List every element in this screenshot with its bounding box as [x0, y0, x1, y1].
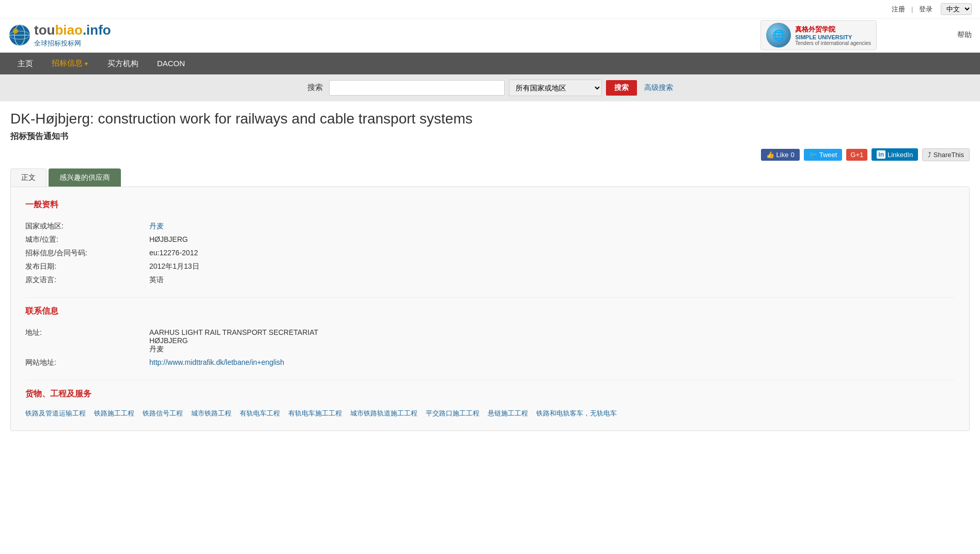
contact-section-title: 联系信息 [25, 306, 955, 319]
category-link[interactable]: 城市铁路轨道施工工程 [350, 409, 417, 418]
page-title: DK-Højbjerg: construction work for railw… [10, 110, 970, 128]
share-label: ShareThis [934, 151, 964, 159]
table-row: 招标信息/合同号码: eu:12276-2012 [25, 247, 955, 260]
uni-promo-subtitle: SIMPLE UNIVERSITY [795, 34, 871, 40]
content-tabs: 正文 感兴趣的供应商 [10, 168, 970, 187]
table-row: 网站地址: http://www.midttrafik.dk/letbane/i… [25, 356, 955, 370]
sharethis-button[interactable]: ⤴ ShareThis [922, 148, 970, 161]
country-link[interactable]: 丹麦 [149, 222, 164, 230]
register-link[interactable]: 注册 [892, 5, 905, 13]
field-value[interactable]: http://www.midttrafik.dk/letbane/in+engl… [149, 356, 955, 370]
category-link[interactable]: 铁路及管道运输工程 [25, 409, 86, 418]
linkedin-icon: in [877, 150, 885, 159]
website-link[interactable]: http://www.midttrafik.dk/letbane/in+engl… [149, 358, 284, 366]
share-icon: ⤴ [928, 151, 931, 159]
section-divider [25, 297, 955, 298]
fb-like-count: 0 [790, 151, 794, 159]
main-content: DK-Højbjerg: construction work for railw… [0, 101, 980, 431]
tweet-bird-icon: 🐦 [809, 151, 817, 159]
nav-arrow-icon: ▼ [84, 61, 89, 67]
category-link[interactable]: 城市铁路工程 [191, 409, 231, 418]
svg-point-4 [13, 28, 18, 34]
category-link[interactable]: 铁路和电轨客车，无轨电车 [536, 409, 617, 418]
logo-wrapper: toubiao.info 全球招标投标网 [8, 23, 142, 48]
uni-promo-banner[interactable]: 🌐 真格外贸学院 SIMPLE UNIVERSITY Tenders of in… [760, 20, 877, 50]
category-link[interactable]: 有轨电车工程 [240, 409, 280, 418]
linkedin-label: LinkedIn [888, 151, 913, 159]
table-row: 原文语言: 英语 [25, 273, 955, 287]
nav-tender-info[interactable]: 招标信息▼ [42, 52, 98, 75]
linkedin-button[interactable]: in LinkedIn [872, 148, 918, 161]
facebook-like-button[interactable]: 👍 Like 0 [761, 149, 800, 161]
tab-fulltext[interactable]: 正文 [10, 168, 46, 187]
field-value: HØJBJERG [149, 233, 955, 247]
general-section-title: 一般资料 [25, 199, 955, 212]
field-label: 发布日期: [25, 260, 149, 273]
field-value: AARHUS LIGHT RAIL TRANSPORT SECRETARIAT … [149, 326, 955, 356]
fb-like-label: Like [776, 151, 789, 159]
divider: | [911, 5, 913, 13]
search-bar: 搜索 所有国家或地区 搜索 高级搜索 [0, 74, 980, 101]
logo-globe-icon [8, 24, 31, 47]
search-input[interactable] [329, 80, 505, 96]
field-value: 2012年1月13日 [149, 260, 955, 273]
category-link[interactable]: 有轨电车施工工程 [288, 409, 342, 418]
table-row: 地址: AARHUS LIGHT RAIL TRANSPORT SECRETAR… [25, 326, 955, 356]
logo-nav-area: toubiao.info 全球招标投标网 🌐 真格外贸学院 SIMPLE UNI… [0, 19, 980, 53]
table-row: 城市/位置: HØJBJERG [25, 233, 955, 247]
table-row: 国家或地区: 丹麦 [25, 220, 955, 233]
category-link[interactable]: 平交路口施工工程 [426, 409, 479, 418]
nav-dacon[interactable]: DACON [148, 53, 194, 74]
top-bar-links: 注册 | 登录 [888, 5, 932, 14]
advanced-search-link[interactable]: 高级搜索 [644, 83, 673, 93]
country-select[interactable]: 所有国家或地区 [509, 80, 602, 96]
field-label: 原文语言: [25, 273, 149, 287]
logo-area: toubiao.info 全球招标投标网 [34, 23, 111, 48]
section-divider-2 [25, 380, 955, 380]
field-label: 城市/位置: [25, 233, 149, 247]
goods-section-title: 货物、工程及服务 [25, 389, 955, 402]
field-label: 国家或地区: [25, 220, 149, 233]
category-link[interactable]: 铁路信号工程 [143, 409, 183, 418]
uni-promo-globe-icon: 🌐 [766, 23, 791, 48]
field-label: 地址: [25, 326, 149, 356]
logo-sub-text: 全球招标投标网 [34, 39, 111, 48]
field-label: 招标信息/合同号码: [25, 247, 149, 260]
category-links: 铁路及管道运输工程铁路施工工程铁路信号工程城市铁路工程有轨电车工程有轨电车施工工… [25, 409, 955, 418]
search-label: 搜索 [307, 83, 323, 93]
uni-promo-text: 真格外贸学院 SIMPLE UNIVERSITY Tenders of inte… [795, 25, 871, 46]
help-link[interactable]: 帮助 [957, 30, 972, 40]
content-box: 一般资料 国家或地区: 丹麦 城市/位置: HØJBJERG 招标信息/合同号码… [10, 187, 970, 431]
field-value: eu:12276-2012 [149, 247, 955, 260]
twitter-tweet-button[interactable]: 🐦 Tweet [804, 149, 843, 161]
login-link[interactable]: 登录 [919, 5, 932, 13]
logo-text: toubiao.info [34, 23, 111, 38]
social-bar: 👍 Like 0 🐦 Tweet G+1 in LinkedIn ⤴ Share… [10, 148, 970, 161]
field-label: 网站地址: [25, 356, 149, 370]
gplus-label: G+1 [850, 151, 863, 159]
page-subtitle: 招标预告通知书 [10, 131, 970, 142]
uni-promo-desc: Tenders of international agencies [795, 40, 871, 46]
search-button[interactable]: 搜索 [606, 80, 637, 96]
category-link[interactable]: 铁路施工工程 [94, 409, 134, 418]
fb-thumbs-icon: 👍 [766, 151, 774, 159]
category-link[interactable]: 悬链施工工程 [488, 409, 528, 418]
general-info-table: 国家或地区: 丹麦 城市/位置: HØJBJERG 招标信息/合同号码: eu:… [25, 220, 955, 287]
main-nav: 主页 招标信息▼ 买方机构 DACON [0, 53, 980, 74]
top-bar: 注册 | 登录 中文 [0, 0, 980, 19]
field-value[interactable]: 丹麦 [149, 220, 955, 233]
language-select[interactable]: 中文 [941, 3, 972, 15]
table-row: 发布日期: 2012年1月13日 [25, 260, 955, 273]
nav-home[interactable]: 主页 [8, 53, 42, 74]
field-value: 英语 [149, 273, 955, 287]
tab-suppliers[interactable]: 感兴趣的供应商 [49, 168, 121, 187]
tweet-label: Tweet [819, 151, 837, 159]
nav-buyer[interactable]: 买方机构 [98, 53, 148, 74]
contact-info-table: 地址: AARHUS LIGHT RAIL TRANSPORT SECRETAR… [25, 326, 955, 370]
googleplus-button[interactable]: G+1 [846, 149, 867, 161]
uni-promo-title: 真格外贸学院 [795, 25, 871, 34]
